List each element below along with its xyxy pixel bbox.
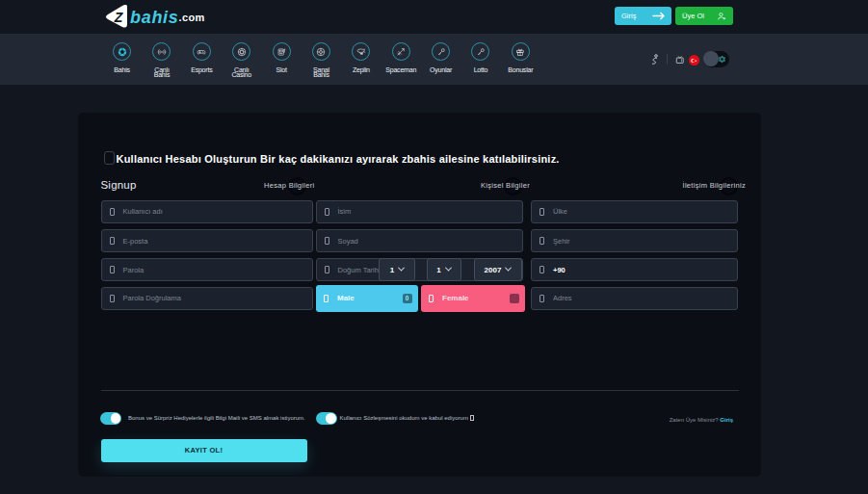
svg-text:Z: Z (114, 10, 123, 25)
